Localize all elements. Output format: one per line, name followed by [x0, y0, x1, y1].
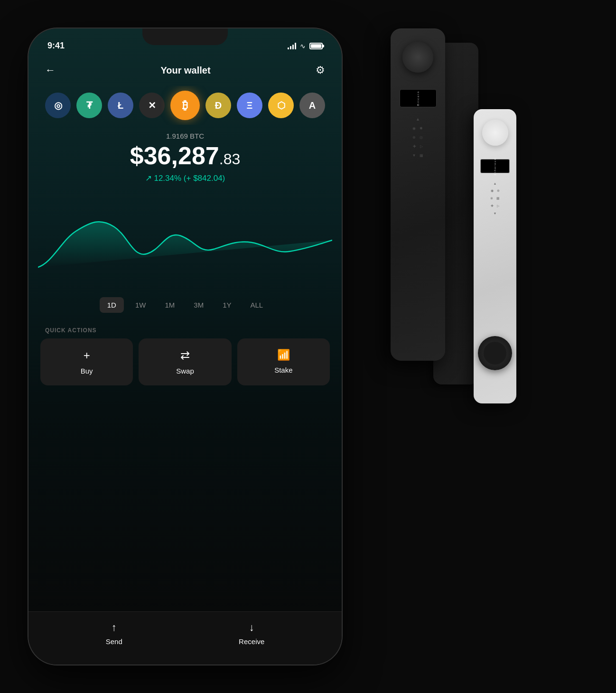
receive-button[interactable]: ↓ Receive — [239, 621, 264, 646]
send-icon: ↑ — [112, 621, 117, 634]
nano-s-top-button[interactable] — [482, 120, 508, 146]
buy-icon: + — [84, 349, 90, 362]
coin-other[interactable]: ◎ — [45, 93, 71, 118]
nano-s-nav-row3: ✚ ▷ — [491, 204, 499, 208]
quick-actions-grid: + Buy ⇄ Swap 📶 Stake — [28, 338, 342, 385]
balance-whole: $36,287 — [130, 142, 219, 169]
coin-litecoin[interactable]: Ł — [108, 93, 133, 118]
nav-row-2: ◉ ✱ — [412, 126, 423, 131]
status-time: 9:41 — [47, 41, 65, 51]
coin-xrp[interactable]: ✕ — [139, 93, 165, 118]
nano-s-screen-text: Ethereum — [494, 157, 496, 175]
nano-s-nav-up: ▲ — [494, 182, 497, 185]
swap-icon: ⇄ — [180, 349, 190, 362]
price-chart — [38, 195, 332, 285]
nano-s-icon-1: ◉ — [491, 189, 494, 193]
nav-row-1: ▲ — [416, 117, 420, 122]
coin-carousel: ◎ ₮ Ł ✕ ₿ Ð Ξ ⬡ A — [28, 86, 342, 125]
scene: 9:41 ∿ ← Your wallet — [0, 0, 616, 693]
nav-up-icon: ▲ — [416, 117, 420, 122]
balance-cents: .83 — [219, 150, 240, 168]
back-button[interactable]: ← — [45, 64, 56, 76]
coin-bnb[interactable]: ⬡ — [268, 93, 294, 118]
status-icons: ∿ — [288, 42, 323, 50]
nav-bluetooth-icon: ✱ — [420, 126, 423, 131]
nano-s-icon-5: ✚ — [491, 204, 494, 208]
nano-s-nav-row2: ⊗ ▦ — [490, 197, 500, 200]
settings-icon[interactable]: ⚙ — [316, 64, 325, 76]
nano-x-screen: Bitcoin — [400, 89, 437, 107]
time-filters: 1D 1W 1M 3M 1Y ALL — [28, 290, 342, 320]
nano-s-icon-2: ⊕ — [497, 189, 500, 193]
nav-settings-icon: ◎ — [420, 135, 423, 140]
balance-section: 1.9169 BTC $36,287.83 ↗ 12.34% (+ $842.0… — [28, 125, 342, 186]
stake-icon: 📶 — [277, 349, 290, 361]
nano-x-top-button[interactable] — [402, 42, 433, 73]
battery-icon — [309, 43, 323, 49]
ledger-nano-x: Bitcoin ▲ ◉ ✱ ⊕ ◎ ✚ ▷ ▼ ▦ — [391, 28, 445, 361]
nano-s-icon-6: ▷ — [497, 204, 499, 208]
nano-s-nav-down: ▼ — [494, 212, 497, 215]
balance-fiat: $36,287.83 — [38, 142, 332, 169]
page-title: Your wallet — [160, 65, 210, 76]
nano-s-nav-row1: ◉ ⊕ — [491, 189, 500, 193]
balance-change: ↗ 12.34% (+ $842.04) — [38, 173, 332, 183]
ledger-nano-s: Ethereum ▲ ◉ ⊕ ⊗ ▦ ✚ ▷ ▼ — [474, 109, 516, 403]
nav-crypto-icon: ⊕ — [412, 135, 416, 140]
swap-label: Swap — [176, 367, 194, 375]
nano-s-icon-4: ▦ — [496, 197, 500, 200]
filter-1d[interactable]: 1D — [100, 297, 124, 313]
header: ← Your wallet ⚙ — [28, 55, 342, 86]
nano-x-nav: ▲ ◉ ✱ ⊕ ◎ ✚ ▷ ▼ ▦ — [412, 117, 424, 158]
signal-icon — [288, 43, 296, 49]
nano-s-nav: ▲ ◉ ⊕ ⊗ ▦ ✚ ▷ ▼ — [490, 182, 500, 215]
filter-3m[interactable]: 3M — [186, 297, 211, 313]
stake-label: Stake — [274, 366, 292, 374]
balance-crypto: 1.9169 BTC — [38, 132, 332, 140]
nav-grid-icon: ▦ — [420, 153, 423, 158]
swap-button[interactable]: ⇄ Swap — [139, 338, 231, 385]
buy-button[interactable]: + Buy — [40, 338, 133, 385]
phone-notch — [142, 28, 228, 45]
nav-row-5: ▼ ▦ — [412, 153, 424, 158]
buy-label: Buy — [81, 367, 93, 375]
receive-label: Receive — [239, 637, 264, 646]
nano-x-screen-text: Bitcoin — [417, 91, 420, 106]
chart-container — [28, 186, 342, 290]
nano-s-screen: Ethereum — [480, 159, 510, 173]
nav-down-icon: ▼ — [412, 153, 416, 158]
nano-s-icon-3: ⊗ — [490, 197, 493, 200]
filter-1w[interactable]: 1W — [128, 297, 154, 313]
nav-add-icon: ✚ — [413, 144, 416, 149]
filter-1y[interactable]: 1Y — [215, 297, 239, 313]
nav-wallet-icon: ◉ — [412, 126, 416, 131]
coin-tether[interactable]: ₮ — [76, 93, 102, 118]
receive-icon: ↓ — [249, 621, 254, 634]
phone: 9:41 ∿ ← Your wallet — [28, 28, 342, 665]
quick-actions-label: QUICK ACTIONS — [28, 320, 342, 338]
filter-all[interactable]: ALL — [243, 297, 271, 313]
send-button[interactable]: ↑ Send — [106, 621, 122, 646]
nav-row-3: ⊕ ◎ — [412, 135, 423, 140]
filter-1m[interactable]: 1M — [157, 297, 182, 313]
nano-s-bottom-button[interactable] — [478, 336, 512, 370]
send-label: Send — [106, 637, 122, 646]
nano-s-button-inner — [484, 342, 506, 365]
nav-row-4: ✚ ▷ — [413, 144, 423, 149]
coin-algo[interactable]: A — [299, 93, 325, 118]
wifi-icon: ∿ — [300, 42, 306, 50]
stake-button[interactable]: 📶 Stake — [237, 338, 330, 385]
coin-bitcoin[interactable]: ₿ — [170, 91, 200, 120]
bottom-bar: ↑ Send ↓ Receive — [28, 611, 342, 665]
nav-send-icon: ▷ — [420, 144, 423, 149]
coin-ethereum[interactable]: Ξ — [237, 93, 262, 118]
coin-doge[interactable]: Ð — [205, 93, 231, 118]
phone-screen: 9:41 ∿ ← Your wallet — [28, 28, 342, 665]
